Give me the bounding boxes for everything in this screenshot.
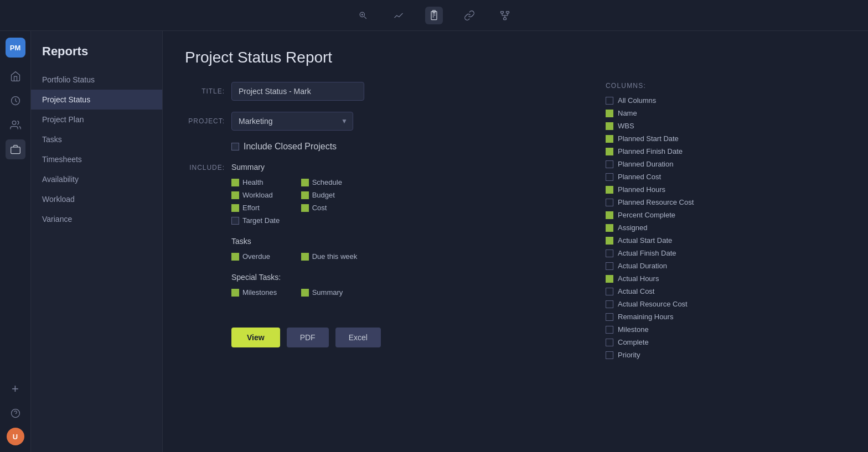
col-actual-cost[interactable]: Actual Cost [606,287,756,295]
clipboard-icon[interactable] [425,7,443,24]
col-planned-duration-box[interactable] [606,160,613,168]
col-planned-cost-box[interactable] [606,173,613,181]
col-milestone-label: Milestone [618,325,649,334]
col-complete[interactable]: Complete [606,338,756,346]
svg-rect-11 [504,18,507,19]
cb-summary[interactable]: Summary [301,288,358,297]
sidebar-item-workload[interactable]: Workload [31,189,162,209]
col-planned-resource-cost-box[interactable] [606,199,613,206]
cb-cost-label: Cost [312,204,327,212]
col-wbs-box[interactable] [606,122,613,130]
user-avatar[interactable]: U [7,428,24,445]
cb-budget[interactable]: Budget [301,191,358,199]
col-actual-finish-date[interactable]: Actual Finish Date [606,249,756,257]
cb-health[interactable]: Health [231,178,288,186]
cb-cost[interactable]: Cost [301,204,358,212]
include-closed-checkbox[interactable] [231,143,239,150]
col-actual-hours-box[interactable] [606,275,613,283]
diagram-icon[interactable] [496,7,514,24]
col-all-columns-box[interactable] [606,97,613,105]
cb-budget-box[interactable] [301,191,309,199]
col-actual-start-date-box[interactable] [606,237,613,245]
cb-summary-box[interactable] [301,289,309,297]
col-planned-hours[interactable]: Planned Hours [606,185,756,194]
home-icon[interactable] [6,66,25,86]
col-actual-start-date[interactable]: Actual Start Date [606,236,756,245]
excel-button[interactable]: Excel [335,328,381,347]
col-priority-box[interactable] [606,351,613,359]
col-priority[interactable]: Priority [606,351,756,359]
sidebar-item-project-plan[interactable]: Project Plan [31,110,162,129]
col-milestone-box[interactable] [606,326,613,334]
col-planned-duration[interactable]: Planned Duration [606,160,756,168]
cb-target-date[interactable]: Target Date [231,216,288,225]
col-percent-complete-box[interactable] [606,211,613,219]
cb-schedule[interactable]: Schedule [301,178,358,186]
col-actual-resource-cost-box[interactable] [606,300,613,308]
col-remaining-hours[interactable]: Remaining Hours [606,313,756,321]
col-planned-cost[interactable]: Planned Cost [606,173,756,181]
sidebar-item-tasks[interactable]: Tasks [31,129,162,149]
sidebar-item-variance[interactable]: Variance [31,209,162,229]
cb-overdue-box[interactable] [231,253,239,261]
col-planned-finish-date[interactable]: Planned Finish Date [606,147,756,155]
cb-effort[interactable]: Effort [231,204,288,212]
columns-scroll[interactable]: All Columns Name WBS Plann [606,96,761,363]
col-actual-duration-box[interactable] [606,262,613,270]
sidebar-item-availability[interactable]: Availability [31,169,162,189]
sidebar-item-portfolio-status[interactable]: Portfolio Status [31,70,162,90]
analytics-icon[interactable] [390,7,407,24]
cb-milestones-box[interactable] [231,289,239,297]
col-wbs[interactable]: WBS [606,122,756,130]
help-icon[interactable] [6,403,25,423]
cb-due-this-week[interactable]: Due this week [301,252,358,261]
search-zoom-icon[interactable] [354,7,372,24]
add-icon[interactable]: + [6,379,25,399]
col-actual-duration-label: Actual Duration [618,262,667,270]
col-planned-resource-cost[interactable]: Planned Resource Cost [606,198,756,206]
cb-effort-box[interactable] [231,204,239,212]
col-actual-finish-date-box[interactable] [606,250,613,257]
col-name-box[interactable] [606,110,613,117]
col-actual-resource-cost[interactable]: Actual Resource Cost [606,300,756,308]
history-icon[interactable] [6,91,25,111]
col-complete-box[interactable] [606,339,613,346]
col-name[interactable]: Name [606,109,756,117]
cb-overdue[interactable]: Overdue [231,252,288,261]
col-assigned[interactable]: Assigned [606,224,756,232]
col-actual-cost-box[interactable] [606,288,613,295]
link-icon[interactable] [461,7,478,24]
col-planned-hours-box[interactable] [606,186,613,194]
pdf-button[interactable]: PDF [287,328,329,347]
col-planned-start-date-box[interactable] [606,135,613,143]
tasks-group-title: Tasks [231,237,357,246]
view-button[interactable]: View [231,328,280,347]
col-planned-start-date[interactable]: Planned Start Date [606,134,756,143]
cb-milestones-label: Milestones [242,288,277,297]
col-actual-duration[interactable]: Actual Duration [606,262,756,270]
special-tasks-checkboxes: Milestones Summary [231,288,357,297]
people-icon[interactable] [6,115,25,135]
col-percent-complete[interactable]: Percent Complete [606,211,756,219]
cb-milestones[interactable]: Milestones [231,288,288,297]
title-input[interactable] [231,82,364,101]
sidebar-item-project-status[interactable]: Project Status [31,90,162,110]
cb-cost-box[interactable] [301,204,309,212]
col-actual-hours[interactable]: Actual Hours [606,274,756,283]
col-milestone[interactable]: Milestone [606,325,756,334]
cb-target-date-box[interactable] [231,217,239,225]
pm-logo[interactable]: PM [6,38,25,58]
project-select[interactable]: Marketing Development Design Operations [231,112,353,131]
col-remaining-hours-box[interactable] [606,313,613,321]
top-toolbar [0,0,868,31]
col-assigned-box[interactable] [606,224,613,232]
cb-due-this-week-box[interactable] [301,253,309,261]
sidebar-item-timesheets[interactable]: Timesheets [31,149,162,169]
cb-workload[interactable]: Workload [231,191,288,199]
briefcase-icon[interactable] [6,139,25,159]
cb-health-box[interactable] [231,179,239,186]
col-planned-finish-date-box[interactable] [606,148,613,155]
col-all-columns[interactable]: All Columns [606,96,756,105]
cb-schedule-box[interactable] [301,179,309,186]
cb-workload-box[interactable] [231,191,239,199]
